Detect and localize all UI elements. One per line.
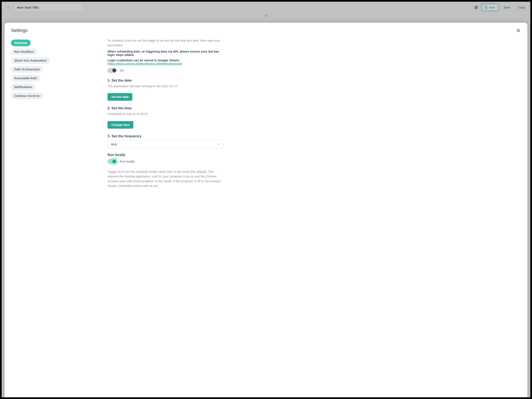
sidebar-item-run-headless[interactable]: Run Headless xyxy=(11,48,37,55)
sidebar-item-schedule[interactable]: Schedule xyxy=(11,39,31,46)
sidebar-item-share-automation[interactable]: Share Your Automation xyxy=(11,57,50,64)
sidebar-item-notifications[interactable]: Notifications xyxy=(11,84,36,90)
set-date-heading: 1. Set the date xyxy=(108,78,223,83)
close-icon xyxy=(516,29,520,32)
schedule-enable-toggle[interactable] xyxy=(108,68,117,73)
schedule-enable-label: On xyxy=(120,69,124,72)
credentials-lead: Login credentials can be stored in Googl… xyxy=(108,59,180,62)
change-time-button[interactable]: Change time xyxy=(108,121,133,129)
set-time-text: Scheduled to start at 13:30:57 xyxy=(108,112,223,116)
frequency-select[interactable]: daily xyxy=(108,140,223,148)
run-locally-help: Toggle on to run this schedule locally r… xyxy=(108,170,223,188)
credentials-link[interactable]: https://docs.axiom.ai/docs/logins.html#w… xyxy=(108,62,182,65)
settings-content-scroll[interactable]: To schedule a bot run set the toggle to … xyxy=(105,35,527,397)
run-locally-toggle[interactable] xyxy=(108,159,117,164)
modal-title: Settings xyxy=(11,28,28,33)
set-date-text: The automation will start running on the… xyxy=(108,84,223,89)
chevron-down-icon xyxy=(217,143,220,145)
sidebar-item-path-to-extension[interactable]: Path To Extension xyxy=(11,66,43,73)
schedule-warning: When scheduling bots, or triggering bots… xyxy=(108,50,219,57)
schedule-panel: To schedule a bot run set the toggle to … xyxy=(105,35,227,201)
settings-modal: Settings Schedule Run Headless Share You… xyxy=(5,23,527,397)
schedule-intro: To schedule a bot run set the toggle to … xyxy=(108,38,223,48)
sidebar-item-executable-path[interactable]: Executable Path xyxy=(11,75,40,82)
sidebar-item-continue-on-error[interactable]: Continue On Error xyxy=(11,92,43,99)
run-locally-label: Run locally xyxy=(120,160,135,163)
set-time-heading: 2. Set the time xyxy=(108,106,223,110)
settings-sidebar: Schedule Run Headless Share Your Automat… xyxy=(5,35,105,397)
set-date-button[interactable]: Set the date xyxy=(108,93,132,101)
run-locally-heading: Run locally xyxy=(108,153,223,157)
close-button[interactable] xyxy=(516,28,521,33)
frequency-value: daily xyxy=(111,143,117,146)
set-frequency-heading: 3. Set the frequency xyxy=(108,134,223,138)
